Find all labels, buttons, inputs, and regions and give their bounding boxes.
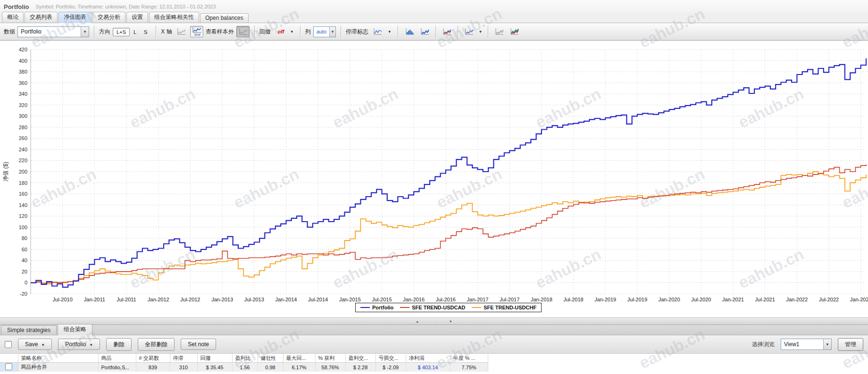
row-checkbox[interactable] — [5, 363, 12, 370]
svg-text:Jul-2022: Jul-2022 — [819, 297, 839, 302]
drawdown-off-toggle[interactable]: ↑off — [273, 26, 286, 37]
header-cell-停滞[interactable]: 停滞 — [170, 354, 197, 363]
equity-chart: -200204060801001201401601802002202402602… — [0, 41, 868, 317]
set-note-button[interactable]: Set note — [181, 339, 216, 350]
header-cell-盈利比[interactable]: 盈利比 — [232, 354, 258, 363]
svg-text:360: 360 — [19, 80, 27, 86]
direction-L+S-button[interactable]: L+S — [113, 28, 130, 36]
direction-L-button[interactable]: L — [130, 28, 140, 36]
save-button[interactable]: Save▼ — [18, 339, 52, 350]
header-cell-净利润[interactable]: 净利润 — [406, 354, 450, 363]
chevron-down-icon[interactable]: ▼ — [289, 30, 295, 34]
equity-compare-icon[interactable] — [440, 26, 453, 37]
column-mode-value: auto — [314, 29, 329, 34]
cell-回撤: $ 35.45 — [197, 363, 232, 372]
header-cell-年度 % ...[interactable]: 年度 % ... — [450, 354, 488, 363]
header-cell-健壮性[interactable]: 健壮性 — [258, 354, 283, 363]
svg-text:Jan-2021: Jan-2021 — [722, 297, 744, 302]
header-cell-# 交易数[interactable]: # 交易数 — [136, 354, 170, 363]
header-cell-盈利交...[interactable]: 盈利交... — [345, 354, 376, 363]
view-select-label: 选择浏览 — [752, 341, 775, 349]
svg-text:100: 100 — [19, 224, 27, 230]
legend-label: SFE TREND-USDCAD — [412, 305, 465, 310]
svg-text:220: 220 — [19, 158, 27, 163]
toolbar-separator — [300, 25, 300, 38]
svg-text:400: 400 — [19, 58, 27, 64]
xaxis-time-icon[interactable]: time — [190, 26, 203, 37]
out-of-sample-label: 查看样本外 — [206, 28, 234, 36]
tab-交易列表[interactable]: 交易列表 — [25, 12, 58, 23]
cell-停滞: 310 — [170, 363, 197, 372]
splitter-bar[interactable]: ▲ ∙ ∙ ∙ ∙ ▼ — [0, 317, 868, 325]
svg-text:Jul-2018: Jul-2018 — [563, 297, 583, 302]
data-source-value: Portfolio — [18, 28, 81, 35]
svg-text:Jan-2015: Jan-2015 — [339, 297, 361, 302]
svg-text:180: 180 — [19, 180, 27, 186]
equity-gray-icon[interactable] — [492, 26, 506, 37]
collapse-up-icon[interactable]: ▲ — [416, 320, 419, 323]
svg-text:Jan-2018: Jan-2018 — [531, 297, 552, 302]
header-cell-% 获利[interactable]: % 获利 — [315, 354, 345, 363]
header-cell-策略名称[interactable]: 策略名称 — [18, 354, 98, 363]
svg-text:300: 300 — [19, 113, 27, 119]
chevron-down-icon[interactable]: ▼ — [329, 27, 335, 37]
tab-Open balances[interactable]: Open balances — [200, 13, 249, 23]
chevron-down-icon[interactable]: ▼ — [477, 30, 484, 34]
view-out-of-sample-icon[interactable] — [236, 26, 250, 37]
svg-text:Jul-2013: Jul-2013 — [244, 297, 264, 302]
xaxis-trades-icon[interactable] — [175, 26, 188, 37]
chevron-down-icon[interactable]: ▼ — [81, 27, 89, 37]
tab-净值图表[interactable]: 净值图表 — [58, 12, 92, 23]
portfolio-button[interactable]: Portfolio▼ — [58, 339, 100, 350]
tab-交易分析[interactable]: 交易分析 — [92, 12, 125, 23]
collapse-down-icon[interactable]: ▼ — [449, 320, 452, 323]
bottom-tab-Simple strategies[interactable]: Simple strategies — [1, 325, 57, 335]
chevron-down-icon[interactable]: ▼ — [386, 30, 393, 34]
direction-button-group: L+SLS — [113, 27, 151, 36]
equity-multi-icon[interactable] — [508, 26, 521, 37]
svg-text:Jul-2017: Jul-2017 — [500, 297, 519, 302]
svg-text:40: 40 — [22, 258, 27, 263]
histogram-icon[interactable] — [403, 26, 416, 37]
histogram-cum-icon[interactable] — [418, 26, 431, 37]
header-cell-亏损交...[interactable]: 亏损交... — [376, 354, 406, 363]
svg-text:-20: -20 — [20, 291, 27, 297]
cell-商品: Portfolio,S... — [98, 363, 136, 372]
header-cell-最大回...[interactable]: 最大回... — [283, 354, 315, 363]
stagnation-mark-icon[interactable] — [371, 26, 384, 37]
data-source-select[interactable]: Portfolio ▼ — [17, 26, 89, 37]
svg-text:Jul-2021: Jul-2021 — [755, 297, 775, 302]
legend-item-SFE TREND-USDCHF: SFE TREND-USDCHF — [472, 305, 536, 310]
view-select[interactable]: View1 ▼ — [781, 339, 832, 350]
tab-设置[interactable]: 设置 — [126, 12, 148, 23]
header-cell-回撤[interactable]: 回撤 — [197, 354, 232, 363]
bottom-tabstrip: Simple strategies组合策略 — [0, 325, 868, 335]
chart-legend: PortfolioSFE TREND-USDCADSFE TREND-USDCH… — [355, 303, 542, 312]
stagnation-label: 停滞标志 — [346, 28, 368, 36]
direction-label: 方向 — [99, 28, 110, 36]
delete-all-button[interactable]: 全部删除 — [138, 338, 175, 351]
bottom-tab-组合策略[interactable]: 组合策略 — [58, 324, 92, 335]
legend-item-Portfolio: Portfolio — [360, 305, 393, 310]
svg-text:Jan-2013: Jan-2013 — [211, 297, 233, 302]
chevron-down-icon[interactable]: ▼ — [823, 339, 831, 349]
table-row[interactable]: 两品种合并Portfolio,S...839310$ 35.451.560.98… — [0, 363, 488, 372]
cell-策略名称: 两品种合并 — [18, 363, 98, 372]
svg-text:80: 80 — [22, 235, 27, 241]
strategy-table: 策略名称商品# 交易数停滞回撤盈利比健壮性最大回...% 获利盈利交...亏损交… — [0, 354, 488, 372]
delete-button[interactable]: 删除 — [106, 338, 132, 351]
select-all-checkbox[interactable] — [5, 341, 12, 348]
direction-S-button[interactable]: S — [140, 28, 151, 36]
splitter-grip-icon[interactable]: ∙ ∙ ∙ ∙ — [423, 319, 445, 324]
header-cell-商品[interactable]: 商品 — [98, 354, 136, 363]
strategy-table-wrap: 策略名称商品# 交易数停滞回撤盈利比健壮性最大回...% 获利盈利交...亏损交… — [0, 354, 868, 374]
tab-概论[interactable]: 概论 — [2, 12, 24, 23]
toolbar-separator — [398, 25, 398, 38]
manage-button[interactable]: 管理 — [838, 338, 863, 351]
equity-line-icon[interactable] — [462, 26, 476, 37]
svg-text:200: 200 — [19, 169, 27, 175]
page-header: Portfolio Symbol: Portfolio, Timeframe: … — [0, 0, 868, 13]
svg-text:Jul-2019: Jul-2019 — [627, 297, 647, 302]
tab-组合策略相关性[interactable]: 组合策略相关性 — [149, 12, 199, 23]
column-mode-select[interactable]: auto ▼ — [313, 26, 336, 37]
